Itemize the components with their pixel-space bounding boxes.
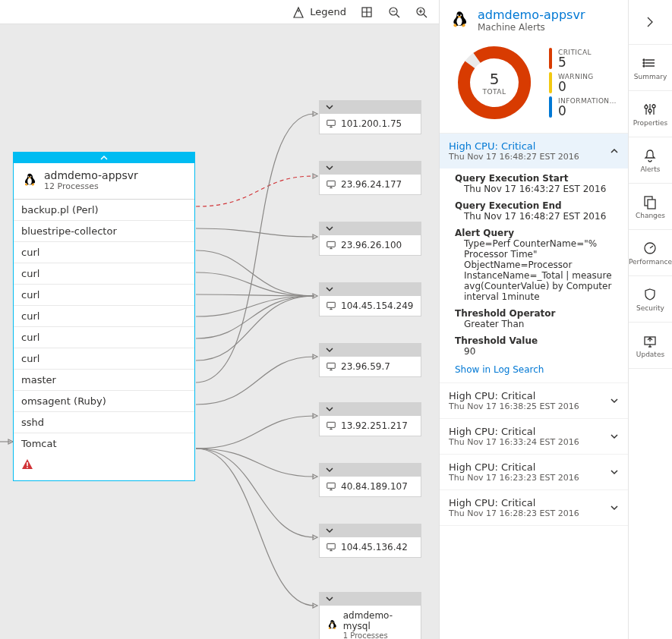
remote-db-process-count: 1 Processes [343, 631, 415, 639]
alert-detail-label: Alert Query [455, 228, 619, 238]
remote-node[interactable]: 23.96.24.177 [319, 161, 421, 195]
remote-node[interactable]: 40.84.189.107 [319, 463, 421, 497]
remote-node[interactable]: 101.200.1.75 [319, 100, 421, 134]
chevron-down-icon [325, 345, 334, 354]
monitor-icon [326, 542, 336, 552]
process-row[interactable]: curl [14, 242, 194, 263]
summary-icon [642, 55, 658, 71]
alert-toggle[interactable]: High CPU: CriticalThu Nov 17 16:33:24 ES… [440, 419, 628, 454]
fit-button[interactable] [360, 5, 374, 19]
svg-point-13 [643, 59, 645, 61]
tab-updates[interactable]: Updates [629, 323, 672, 369]
expand-remote-button[interactable] [319, 343, 421, 357]
kpi-value: 5 [558, 56, 592, 69]
monitor-icon [326, 420, 336, 431]
expand-remote-button[interactable] [319, 161, 421, 175]
chevron-up-icon [610, 146, 619, 156]
tab-performance[interactable]: Performance [629, 230, 672, 276]
process-row[interactable]: curl [14, 306, 194, 327]
remote-ip: 23.96.26.100 [341, 240, 402, 250]
alert-title: High CPU: Critical [449, 426, 579, 437]
tab-security[interactable]: Security [629, 276, 672, 323]
updates-icon [642, 333, 658, 348]
remote-ip: 23.96.24.177 [341, 179, 402, 190]
monitor-icon [326, 301, 336, 311]
alert-detail-value: Type=Perf CounterName="% Processor Time"… [455, 238, 619, 302]
monitor-icon [326, 240, 336, 250]
process-row[interactable]: sshd [14, 412, 194, 433]
alert-detail-value: Thu Nov 17 16:43:27 EST 2016 [455, 184, 619, 194]
alert-title: High CPU: Critical [449, 461, 579, 473]
alert-item: High CPU: CriticalThu Nov 17 16:38:25 ES… [440, 383, 628, 419]
remote-ip: 101.200.1.75 [341, 118, 402, 129]
show-in-log-search-link[interactable]: Show in Log Search [455, 363, 619, 375]
panel-collapse-button[interactable] [629, 0, 672, 45]
alert-time: Thu Nov 17 16:23:23 EST 2016 [449, 473, 579, 483]
tab-label: Alerts [640, 165, 660, 173]
alert-icon [21, 458, 33, 471]
monitor-icon [326, 481, 336, 492]
remote-node-db[interactable]: admdemo-mysql 1 Processes [319, 592, 421, 639]
kpi-label: INFORMATION… [558, 97, 617, 105]
expand-remote-button[interactable] [319, 100, 421, 114]
process-row[interactable]: omsagent (Ruby) [14, 391, 194, 412]
alert-item: High CPU: CriticalThu Nov 17 16:23:23 ES… [440, 455, 628, 490]
process-row[interactable]: bluestripe-collector [14, 221, 194, 242]
process-row[interactable]: backup.pl (Perl) [14, 200, 194, 221]
expand-remote-button[interactable] [319, 463, 421, 477]
linux-icon [449, 10, 470, 31]
svg-rect-20 [648, 200, 655, 209]
expand-remote-button[interactable] [319, 524, 421, 537]
alert-list: High CPU: Critical Thu Nov 17 16:48:27 E… [440, 133, 628, 639]
process-row[interactable]: curl [14, 263, 194, 285]
zoom-out-icon [387, 5, 401, 19]
expand-remote-button[interactable] [319, 282, 421, 296]
panel-header: admdemo-appsvr Machine Alerts [440, 0, 628, 37]
alert-detail-label: Threshold Operator [455, 308, 619, 319]
alert-item: High CPU: Critical Thu Nov 17 16:48:27 E… [440, 134, 628, 383]
alert-detail-label: Query Execution End [455, 200, 619, 211]
remote-ip: 23.96.59.7 [341, 361, 390, 372]
collapse-server-button[interactable] [14, 153, 194, 163]
expand-remote-button[interactable] [319, 222, 421, 235]
tab-changes[interactable]: Changes [629, 184, 672, 230]
alert-toggle[interactable]: High CPU: CriticalThu Nov 17 16:23:23 ES… [440, 455, 628, 489]
legend-button[interactable]: Legend [292, 5, 346, 19]
zoom-in-icon [415, 5, 428, 19]
remote-node[interactable]: 13.92.251.217 [319, 402, 421, 436]
legend-label: Legend [310, 6, 346, 17]
process-row[interactable]: curl [14, 327, 194, 348]
zoom-out-button[interactable] [387, 5, 401, 19]
process-row[interactable]: master [14, 370, 194, 391]
alert-title: High CPU: Critical [449, 390, 579, 401]
tab-summary[interactable]: Summary [629, 45, 672, 91]
process-row[interactable]: curl [14, 348, 194, 370]
expand-remote-button[interactable] [319, 402, 421, 416]
svg-point-18 [652, 105, 655, 108]
alert-toggle[interactable]: High CPU: Critical Thu Nov 17 16:48:27 E… [440, 134, 628, 168]
panel-subtitle: Machine Alerts [478, 22, 585, 33]
chevron-down-icon [325, 465, 334, 474]
process-row[interactable]: curl [14, 285, 194, 306]
diagram-toolbar: Legend [0, 0, 439, 24]
tab-alerts[interactable]: Alerts [629, 137, 672, 184]
tab-label: Changes [636, 212, 665, 219]
legend-icon [292, 5, 305, 19]
remote-node[interactable]: 23.96.59.7 [319, 343, 421, 377]
alert-toggle[interactable]: High CPU: CriticalThu Nov 17 16:28:23 ES… [440, 490, 628, 525]
expand-remote-button[interactable] [319, 592, 421, 606]
tab-properties[interactable]: Properties [629, 91, 672, 137]
svg-point-16 [645, 105, 648, 109]
dependency-map-canvas[interactable]: admdemo-appsvr 12 Processes backup.pl (P… [0, 24, 439, 639]
chevron-down-icon [610, 432, 619, 441]
zoom-in-button[interactable] [415, 5, 428, 19]
remote-node[interactable]: 104.45.154.249 [319, 282, 421, 316]
server-node-appsvr[interactable]: admdemo-appsvr 12 Processes backup.pl (P… [13, 152, 195, 481]
remote-node[interactable]: 104.45.136.42 [319, 524, 421, 558]
remote-node[interactable]: 23.96.26.100 [319, 222, 421, 256]
process-row[interactable]: Tomcat [14, 433, 194, 454]
panel-title: admdemo-appsvr [478, 8, 585, 22]
chevron-up-icon [99, 153, 109, 162]
alert-toggle[interactable]: High CPU: CriticalThu Nov 17 16:38:25 ES… [440, 383, 628, 418]
kpi-total-label: TOTAL [482, 88, 506, 96]
